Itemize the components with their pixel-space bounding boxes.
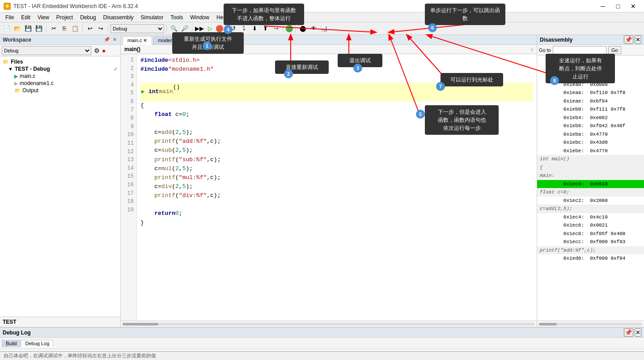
editor-expand-icon[interactable]: ↕: [531, 47, 534, 52]
minimize-button[interactable]: ─: [596, 1, 610, 11]
dis-line-highlight: 0x1ec0: 0xb510: [537, 180, 644, 189]
code-line-8: c=add(2,5);: [140, 128, 533, 137]
copy-button[interactable]: ⎘: [59, 24, 69, 34]
disassembly-close-button[interactable]: ✕: [635, 35, 641, 44]
workspace-pin-button[interactable]: 📌: [104, 37, 110, 43]
menu-window[interactable]: Window: [186, 13, 213, 21]
dis-line-10: 0x1eba: 0x4770: [537, 130, 644, 139]
editor-scrollbar[interactable]: [121, 321, 537, 327]
workspace-gear-button[interactable]: ⚙: [93, 47, 101, 55]
dis-section-float: float c=0;: [537, 188, 644, 197]
dis-line-11: 0x1ebc: 0x43d0: [537, 138, 644, 147]
disassembly-scrollbar[interactable]: [537, 321, 644, 327]
step-over-button[interactable]: ⤵: [239, 24, 249, 34]
open-file-button[interactable]: 📂: [13, 24, 22, 34]
search-button[interactable]: 🔍: [169, 24, 179, 34]
editor-scrollbar-track[interactable]: [123, 323, 535, 326]
dis-line-7: 0x1eb0: 0xf111 0x7f8: [537, 105, 644, 114]
code-line-18: }: [140, 219, 533, 227]
editor-scrollbar-thumb[interactable]: [123, 323, 158, 326]
tab-build[interactable]: Build: [2, 340, 21, 347]
code-editor[interactable]: #include <stdio.h> #include "modename1.h…: [137, 54, 537, 321]
dis-line-6: 0x1eae: 0xbf94: [537, 97, 644, 106]
code-line-2: #include "modename1.h": [140, 65, 533, 74]
register-button[interactable]: 📊: [319, 24, 329, 34]
dis-section-main-label: main:: [537, 171, 644, 180]
main-area: Workspace 📌 ✕ Debug Release ⚙ ● 📁 Files …: [0, 35, 644, 327]
restart-debug-button[interactable]: ▷: [205, 24, 215, 34]
step-out-button[interactable]: ⬆: [260, 24, 270, 34]
find-button[interactable]: 🔎: [180, 24, 190, 34]
tree-files-header[interactable]: 📁 Files: [0, 58, 120, 65]
dis-section-brace: {: [537, 163, 644, 172]
paste-button[interactable]: 📋: [70, 24, 80, 34]
dis-scroll-track[interactable]: [539, 323, 642, 326]
tree-main-c[interactable]: ▶ main.c: [0, 73, 120, 80]
menu-bar: File Edit View Project Debug Disassembly…: [0, 13, 644, 22]
config-dropdown[interactable]: Debug Release: [110, 24, 164, 33]
goto-button[interactable]: Go: [608, 46, 621, 54]
workspace-panel: Workspace 📌 ✕ Debug Release ⚙ ● 📁 Files …: [0, 35, 121, 327]
code-line-11: printf("sub:%f",c);: [140, 155, 533, 164]
close-button[interactable]: ✕: [626, 1, 640, 11]
stop-button[interactable]: [216, 25, 223, 32]
code-line-12: c=mul(2,5);: [140, 164, 533, 173]
goto-input[interactable]: [553, 46, 606, 54]
save-button[interactable]: 💾: [23, 24, 33, 34]
debug-log-pin-button[interactable]: 📌: [624, 328, 633, 337]
tab-debug-log[interactable]: Debug Log: [21, 340, 53, 347]
run-button[interactable]: [286, 25, 293, 32]
code-line-4: ▶ int main(): [140, 83, 533, 101]
disassembly-pin-button[interactable]: 📌: [624, 35, 633, 44]
menu-help[interactable]: Help: [213, 13, 231, 21]
menu-view[interactable]: View: [34, 13, 53, 21]
rebuild-button[interactable]: ▶▶: [195, 24, 204, 34]
tab-main-c[interactable]: main.c ✕: [123, 36, 152, 45]
workspace-close-button[interactable]: ✕: [111, 37, 118, 43]
disassembly-panel: Disassembly 📌 ✕ Go to Go 0x1ea4: 0xd040 …: [537, 35, 644, 327]
editor-tabs: main.c ✕ modename1.c ✕ mo... ✕: [121, 35, 537, 45]
cut-button[interactable]: ✂: [49, 24, 59, 34]
tree-modename1-c[interactable]: ▶ modename1.c: [0, 80, 120, 87]
line-numbers: 12345 678910 1112131415 16171819: [121, 54, 137, 321]
editor-function-title: main(): [124, 46, 140, 52]
workspace-dot-button[interactable]: ●: [102, 47, 106, 54]
new-file-button[interactable]: 📄: [2, 24, 12, 34]
undo-button[interactable]: ↩: [85, 24, 95, 34]
dis-line-printf: 0x1ed0: 0xf000 0xf84: [537, 254, 644, 263]
debug-log-close-button[interactable]: ✕: [635, 328, 641, 337]
watch-button[interactable]: 👁: [309, 24, 318, 34]
redo-button[interactable]: ↪: [96, 24, 106, 34]
code-line-15: printf("div:%f",c);: [140, 191, 533, 200]
code-container: 12345 678910 1112131415 16171819 #includ…: [121, 54, 537, 321]
disassembly-header: Disassembly 📌 ✕: [537, 35, 644, 45]
dis-scroll-thumb[interactable]: [539, 323, 557, 326]
disassembly-content: 0x1ea4: 0xd040 0x1ea4: 0xd000a 0x1ea6: 0…: [537, 56, 644, 321]
dis-section-printf: printf("add:%f",c);: [537, 246, 644, 255]
menu-debug[interactable]: Debug: [76, 13, 99, 21]
code-line-13: printf("mul:%f",c);: [140, 173, 533, 182]
tab-modename1-c[interactable]: modename1.c ✕: [153, 36, 199, 44]
reset-button[interactable]: ↺: [228, 24, 238, 34]
dis-section-int-main: int main(): [537, 155, 644, 163]
menu-edit[interactable]: Edit: [17, 13, 34, 21]
menu-project[interactable]: Project: [53, 13, 76, 21]
tree-test-debug[interactable]: ▼ TEST - Debug ✓: [0, 65, 120, 73]
run-to-cursor-button[interactable]: ⤏: [271, 24, 281, 34]
tree-output[interactable]: 📁 Output: [0, 87, 120, 94]
menu-disassembly[interactable]: Disassembly: [100, 13, 137, 21]
code-line-7: [140, 119, 533, 128]
menu-simulator[interactable]: Simulator: [137, 13, 167, 21]
debug-log-tabs: Build Debug Log: [0, 338, 644, 349]
code-line-3: [140, 74, 533, 83]
maximize-button[interactable]: □: [611, 1, 625, 11]
menu-file[interactable]: File: [2, 13, 17, 21]
dis-line-5: 0x1eaa: 0xf110 0x7f8: [537, 89, 644, 97]
menu-tools[interactable]: Tools: [167, 13, 186, 21]
tab-mo[interactable]: mo... ✕: [200, 36, 227, 44]
sep4: [166, 25, 167, 33]
debug-config-dropdown[interactable]: Debug Release: [2, 46, 91, 55]
step-into-button[interactable]: ⬇: [250, 24, 259, 34]
breakpoint-button[interactable]: ⬤: [298, 24, 308, 34]
save-all-button[interactable]: 💾: [34, 24, 44, 34]
